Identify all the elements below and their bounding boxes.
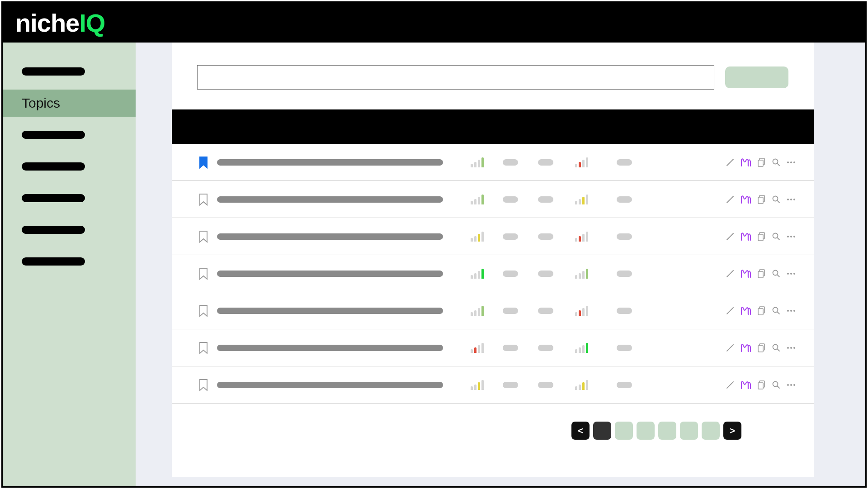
more-icon[interactable] (787, 161, 796, 164)
pagination-page-1[interactable] (593, 422, 611, 440)
wave-icon[interactable] (741, 232, 751, 241)
topic-title[interactable] (217, 308, 461, 314)
bookmark-toggle[interactable] (190, 342, 217, 354)
more-icon[interactable] (787, 347, 796, 349)
topic-title[interactable] (217, 159, 461, 166)
pagination-prev[interactable]: < (571, 422, 590, 440)
more-icon[interactable] (787, 384, 796, 386)
svg-line-31 (778, 312, 780, 314)
search-icon[interactable] (772, 158, 780, 166)
topic-title[interactable] (217, 345, 461, 351)
search-icon[interactable] (772, 307, 780, 315)
svg-rect-22 (758, 271, 763, 278)
topic-title[interactable] (217, 196, 461, 203)
sidebar-item-topics[interactable]: Topics (3, 90, 136, 117)
svg-point-11 (787, 199, 789, 200)
signal-1 (461, 269, 493, 279)
pagination-next[interactable]: > (723, 422, 741, 440)
sidebar: Topics (3, 43, 136, 486)
topic-title[interactable] (217, 382, 461, 388)
bookmark-toggle[interactable] (190, 379, 217, 391)
wave-icon[interactable] (741, 195, 751, 204)
svg-point-30 (773, 307, 778, 312)
copy-icon[interactable] (758, 195, 766, 204)
search-icon[interactable] (772, 195, 780, 204)
sidebar-item-4[interactable] (3, 185, 136, 212)
metric-2 (528, 196, 563, 203)
copy-icon[interactable] (758, 306, 766, 315)
search-icon[interactable] (772, 344, 780, 352)
sidebar-item-3[interactable] (3, 153, 136, 180)
content-panel: < > (172, 43, 814, 477)
wave-icon[interactable] (741, 343, 751, 352)
signal-2 (563, 195, 599, 204)
search-icon[interactable] (772, 381, 780, 389)
metric-2 (528, 271, 563, 277)
metric-2 (528, 159, 563, 166)
edit-icon[interactable] (726, 381, 734, 389)
svg-point-41 (793, 347, 795, 349)
wave-icon[interactable] (741, 380, 751, 389)
topic-title[interactable] (217, 233, 461, 240)
sidebar-item-5[interactable] (3, 216, 136, 243)
more-icon[interactable] (787, 272, 796, 275)
svg-rect-36 (758, 346, 763, 352)
table-row (172, 218, 814, 255)
pagination-page-3[interactable] (637, 422, 655, 440)
wave-icon[interactable] (741, 269, 751, 278)
edit-icon[interactable] (726, 233, 734, 241)
more-icon[interactable] (787, 309, 796, 312)
copy-icon[interactable] (758, 380, 766, 389)
signal-1 (461, 380, 493, 390)
search-icon[interactable] (772, 233, 780, 241)
sidebar-item-6[interactable] (3, 248, 136, 275)
svg-point-37 (773, 344, 778, 349)
more-icon[interactable] (787, 198, 796, 201)
search-input[interactable] (197, 65, 714, 90)
svg-point-19 (790, 236, 792, 237)
edit-icon[interactable] (726, 158, 734, 166)
svg-line-17 (778, 237, 780, 240)
copy-icon[interactable] (758, 232, 766, 241)
row-actions (714, 343, 805, 352)
pagination-page-5[interactable] (680, 422, 698, 440)
sidebar-item-0[interactable] (3, 58, 136, 85)
svg-point-39 (787, 347, 789, 349)
bookmark-toggle[interactable] (190, 267, 217, 280)
search-icon[interactable] (772, 270, 780, 278)
signal-2 (563, 343, 599, 353)
topbar: nicheIQ (3, 3, 865, 43)
bookmark-toggle[interactable] (190, 230, 217, 243)
edit-icon[interactable] (726, 307, 734, 315)
more-icon[interactable] (787, 235, 796, 238)
topic-title[interactable] (217, 271, 461, 277)
metric-1 (493, 159, 528, 166)
signal-1 (461, 195, 493, 204)
svg-rect-43 (758, 383, 763, 389)
wave-icon[interactable] (741, 306, 751, 315)
pagination-page-2[interactable] (615, 422, 633, 440)
sidebar-item-2[interactable] (3, 121, 136, 148)
sidebar-item-label: Topics (22, 95, 60, 111)
table-row (172, 255, 814, 292)
bookmark-toggle[interactable] (190, 156, 217, 169)
svg-line-10 (778, 200, 780, 203)
table-header (172, 109, 814, 144)
sidebar-item-label (22, 131, 85, 139)
copy-icon[interactable] (758, 269, 766, 278)
copy-icon[interactable] (758, 158, 766, 167)
edit-icon[interactable] (726, 270, 734, 278)
bookmark-toggle[interactable] (190, 304, 217, 317)
table-row (172, 366, 814, 404)
bookmark-toggle[interactable] (190, 193, 217, 206)
svg-point-13 (793, 199, 795, 200)
pagination-page-6[interactable] (702, 422, 720, 440)
edit-icon[interactable] (726, 195, 734, 204)
copy-icon[interactable] (758, 343, 766, 352)
pagination-page-4[interactable] (658, 422, 676, 440)
svg-point-5 (790, 161, 792, 163)
search-button[interactable] (725, 66, 788, 88)
wave-icon[interactable] (741, 158, 751, 167)
edit-icon[interactable] (726, 344, 734, 352)
metric-3 (599, 271, 649, 277)
